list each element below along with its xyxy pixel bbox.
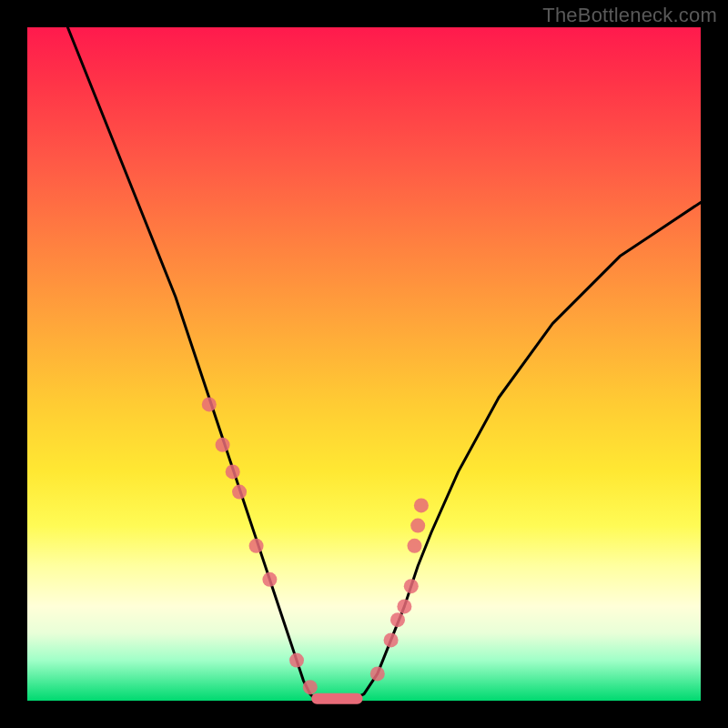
scatter-point [370,666,385,681]
bottleneck-curve [67,27,701,701]
scatter-point [390,612,405,627]
scatter-point [202,397,217,411]
scatter-point [414,498,429,512]
scatter-point [216,438,230,452]
scatter-point [410,519,425,533]
scatter-point [262,572,277,587]
scatter-point [404,579,419,593]
chart-svg [27,27,701,701]
scatter-point [249,539,264,553]
scatter-point [397,599,411,613]
chart-area [27,27,701,701]
scatter-point [226,464,240,479]
scatter-points [202,397,429,694]
scatter-point [408,539,422,553]
attribution-text: TheBottleneck.com [542,4,717,27]
scatter-point [303,680,318,694]
scatter-point [384,632,399,647]
scatter-point [232,485,247,500]
scatter-point [289,653,304,668]
